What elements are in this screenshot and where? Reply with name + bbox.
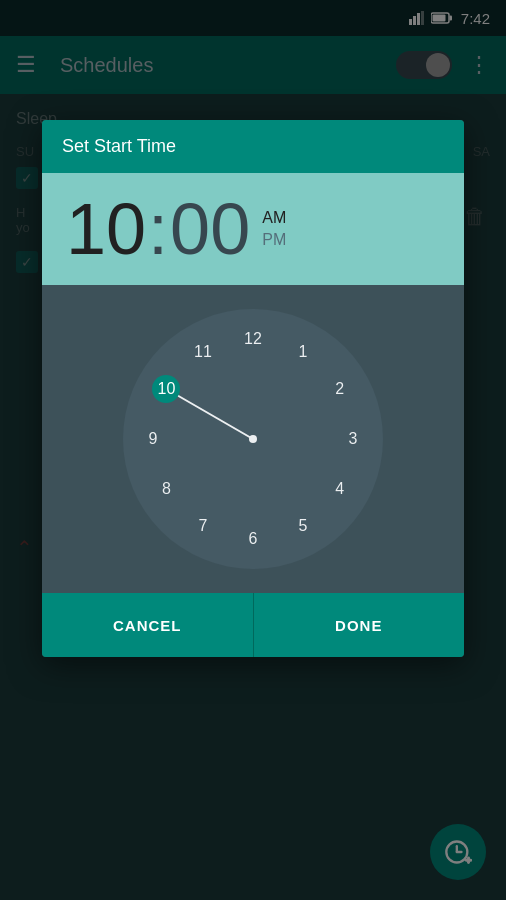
clock-num-2[interactable]: 2 [326, 375, 354, 403]
time-colon: : [148, 193, 168, 265]
time-minutes[interactable]: 00 [170, 193, 250, 265]
clock-num-11[interactable]: 11 [189, 338, 217, 366]
dialog-actions: CANCEL DONE [42, 593, 464, 657]
clock-center-dot [250, 436, 256, 442]
clock-num-1[interactable]: 1 [289, 338, 317, 366]
clock-num-7[interactable]: 7 [189, 512, 217, 540]
clock-num-9[interactable]: 9 [139, 425, 167, 453]
clock-container: 121234567891011 [42, 285, 464, 593]
dialog-title: Set Start Time [62, 136, 176, 156]
dialog-title-bar: Set Start Time [42, 120, 464, 173]
clock-num-12[interactable]: 12 [239, 325, 267, 353]
cancel-button[interactable]: CANCEL [42, 593, 254, 657]
clock-num-6[interactable]: 6 [239, 525, 267, 553]
clock-num-10[interactable]: 10 [152, 375, 180, 403]
clock-num-3[interactable]: 3 [339, 425, 367, 453]
svg-line-12 [175, 394, 253, 439]
clock-num-4[interactable]: 4 [326, 475, 354, 503]
clock-num-8[interactable]: 8 [152, 475, 180, 503]
pm-option[interactable]: PM [262, 231, 286, 249]
ampm-container: AM PM [262, 209, 286, 249]
done-button[interactable]: DONE [254, 593, 465, 657]
am-option[interactable]: AM [262, 209, 286, 227]
time-display: 10 : 00 AM PM [42, 173, 464, 285]
clock-num-5[interactable]: 5 [289, 512, 317, 540]
time-hour[interactable]: 10 [66, 193, 146, 265]
time-picker-dialog: Set Start Time 10 : 00 AM PM 12123456789… [42, 120, 464, 657]
clock-face[interactable]: 121234567891011 [123, 309, 383, 569]
